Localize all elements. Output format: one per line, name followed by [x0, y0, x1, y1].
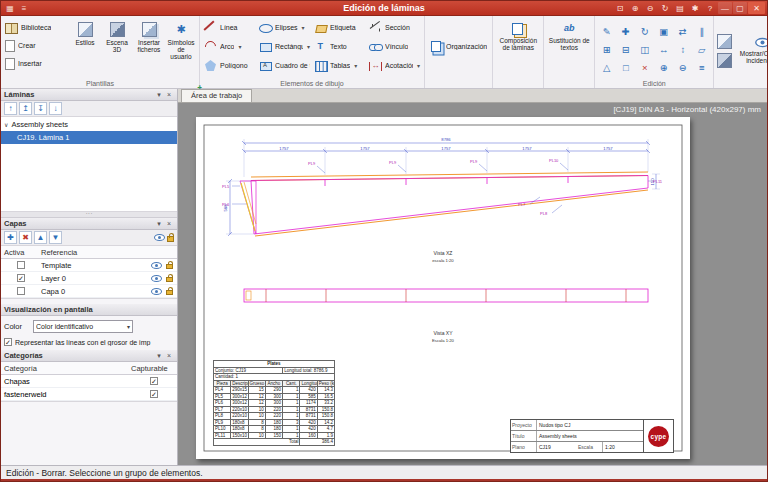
- tool-reducir-button[interactable]: ⊖: [675, 60, 690, 75]
- simbolos-usuario-button[interactable]: ✱ Símbolos de usuario: [166, 19, 196, 60]
- laminas-close-button[interactable]: ×: [164, 91, 174, 98]
- tree-item-cj19-lamina-1[interactable]: CJ19. Lámina 1: [1, 131, 177, 144]
- menu-icon[interactable]: ≡: [18, 2, 30, 14]
- fit-view-button[interactable]: ⊡: [613, 2, 627, 14]
- escena-3d-button[interactable]: Escena 3D: [102, 19, 132, 53]
- tool-alinear-h-button[interactable]: ↔: [656, 42, 671, 57]
- categorias-collapse-button[interactable]: ▾: [154, 352, 164, 360]
- cuadro-texto-button[interactable]: Cuadro de texto: [258, 57, 311, 74]
- texto-button[interactable]: Texto: [313, 38, 366, 55]
- tree-node-assembly-sheets[interactable]: ∨ Assembly sheets: [1, 119, 177, 130]
- layer-up-button[interactable]: ▲: [34, 231, 47, 244]
- tool-seleccionar-button[interactable]: □: [618, 60, 633, 75]
- insertar-button[interactable]: Insertar: [4, 55, 68, 72]
- poligono-button[interactable]: Polígono: [203, 57, 256, 74]
- insertar-ficheros-button[interactable]: Insertar ficheros: [134, 19, 164, 53]
- sustitucion-button[interactable]: ab Sustitución de textos: [547, 19, 591, 51]
- tree-caret-icon[interactable]: ∨: [4, 121, 8, 128]
- tool-ampliar-button[interactable]: ⊕: [656, 60, 671, 75]
- tool-medir-button[interactable]: △: [599, 60, 614, 75]
- layer-lock-icon[interactable]: [166, 264, 173, 270]
- chevron-down-icon[interactable]: ▾: [307, 43, 310, 50]
- layer-row-layer-0[interactable]: ✓ Layer 0: [1, 272, 177, 285]
- layer-visibility-icon[interactable]: [151, 275, 162, 282]
- redraw-button[interactable]: ↻: [658, 2, 672, 14]
- linea-button[interactable]: Línea: [203, 19, 256, 36]
- laminas-collapse-button[interactable]: ▾: [154, 91, 164, 99]
- layer-row-capa-0[interactable]: Capa 0: [1, 285, 177, 298]
- categoria-row-fastenerweld[interactable]: fastenerweld ✓: [1, 388, 177, 401]
- capas-close-button[interactable]: ×: [164, 220, 174, 227]
- drawing-workspace[interactable]: [CJ19] DIN A3 - Horizontal (420x297) mm: [178, 103, 767, 465]
- tool-alinear-v-button[interactable]: ↕: [675, 42, 690, 57]
- tool-simetria-button[interactable]: ⇄: [675, 24, 690, 39]
- layer-active-checkbox[interactable]: ✓: [17, 274, 25, 282]
- crear-button[interactable]: Crear: [4, 37, 68, 54]
- chevron-down-icon[interactable]: ▾: [417, 62, 420, 69]
- close-button[interactable]: ✕: [748, 2, 765, 14]
- view-3d-button[interactable]: [717, 34, 732, 49]
- layer-lock-icon[interactable]: [166, 277, 173, 283]
- plate-label: PL9: [470, 159, 478, 164]
- zoom-out-button[interactable]: ⊖: [643, 2, 657, 14]
- tool-partir-button[interactable]: ◫: [637, 42, 652, 57]
- composicion-button[interactable]: Composición de láminas: [496, 19, 540, 51]
- settings-button[interactable]: ✱: [688, 2, 702, 14]
- toggle-visibility-icon[interactable]: [154, 234, 165, 241]
- tablas-button[interactable]: Tablas▾: [313, 57, 366, 74]
- tool-dividir-button[interactable]: ⊟: [618, 42, 633, 57]
- zoom-in-button[interactable]: ⊕: [628, 2, 642, 14]
- grosor-checkbox[interactable]: ✓: [4, 338, 12, 346]
- layer-active-checkbox[interactable]: [17, 261, 25, 269]
- rectangulos-button[interactable]: Rectángulos▾: [258, 38, 311, 55]
- categorias-close-button[interactable]: ×: [164, 352, 174, 359]
- tool-offset-button[interactable]: ∥: [694, 24, 709, 39]
- sheet[interactable]: 8786 1757 1757 1757 1757 1757 588 150: [196, 117, 690, 459]
- update-3d-button[interactable]: [717, 53, 732, 68]
- layer-visibility-icon[interactable]: [151, 288, 162, 295]
- elipses-button[interactable]: Elipses▾: [258, 19, 311, 36]
- print-button[interactable]: ▤: [673, 2, 687, 14]
- sheet-up-button[interactable]: ↥: [19, 102, 32, 115]
- layer-row-template[interactable]: Template: [1, 259, 177, 272]
- layer-active-checkbox[interactable]: [17, 287, 25, 295]
- categoria-row-chapas[interactable]: Chapas ✓: [1, 375, 177, 388]
- acotacion-button[interactable]: Acotación▾: [368, 57, 421, 74]
- tool-girar-button[interactable]: ↻: [637, 24, 652, 39]
- chevron-down-icon[interactable]: ▾: [238, 43, 241, 50]
- mostrar-incidencias-button[interactable]: Mostrar/Ocultar incidencias: [734, 32, 768, 64]
- layer-visibility-icon[interactable]: [151, 262, 162, 269]
- tab-area-de-trabajo[interactable]: Área de trabajo: [181, 89, 252, 102]
- sheet-down-button[interactable]: ↧: [34, 102, 47, 115]
- tool-listar-button[interactable]: ≡: [694, 60, 709, 75]
- sheet-first-button[interactable]: ↑: [4, 102, 17, 115]
- etiqueta-button[interactable]: Etiqueta: [313, 19, 366, 36]
- color-select[interactable]: Color identificativo ▾: [33, 320, 133, 333]
- layer-lock-icon[interactable]: [166, 290, 173, 296]
- add-layer-button[interactable]: ✚: [4, 231, 17, 244]
- maximize-button[interactable]: ▢: [733, 2, 747, 14]
- tool-borrar-button[interactable]: ×: [637, 60, 652, 75]
- tool-deformar-button[interactable]: ▱: [694, 42, 709, 57]
- minimize-button[interactable]: —: [718, 2, 732, 14]
- chevron-down-icon[interactable]: ▾: [354, 62, 357, 69]
- vinculo-button[interactable]: Vínculo: [368, 38, 421, 55]
- tool-editar-button[interactable]: ✎: [599, 24, 614, 39]
- tool-copiar-button[interactable]: ▣: [656, 24, 671, 39]
- layer-down-button[interactable]: ▼: [49, 231, 62, 244]
- organizacion-button[interactable]: Organización: [428, 19, 489, 73]
- chevron-down-icon[interactable]: ▾: [302, 24, 305, 31]
- sheet-last-button[interactable]: ↓: [49, 102, 62, 115]
- estilos-button[interactable]: Estilos: [70, 19, 100, 46]
- tool-mover-button[interactable]: ✚: [618, 24, 633, 39]
- help-button[interactable]: ?: [703, 2, 717, 14]
- biblioteca-button[interactable]: Biblioteca: [4, 19, 68, 36]
- seccion-button[interactable]: Sección: [368, 19, 421, 36]
- arco-button[interactable]: Arco▾: [203, 38, 256, 55]
- toggle-lock-icon[interactable]: [167, 236, 174, 242]
- delete-layer-button[interactable]: ✖: [19, 231, 32, 244]
- capturable-checkbox[interactable]: ✓: [150, 377, 158, 385]
- capas-collapse-button[interactable]: ▾: [154, 220, 164, 228]
- tool-matriz-button[interactable]: ⊞: [599, 42, 614, 57]
- capturable-checkbox[interactable]: ✓: [150, 390, 158, 398]
